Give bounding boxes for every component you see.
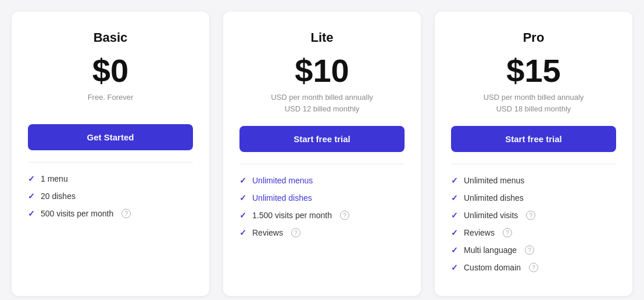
plan-name-lite: Lite: [239, 30, 405, 45]
list-item: ✓Unlimited dishes: [451, 193, 616, 203]
plan-price-pro: $15: [451, 55, 616, 87]
check-icon: ✓: [28, 209, 35, 218]
list-item: ✓1.500 visits per month?: [239, 211, 405, 220]
plan-card-lite: Lite$10USD per month billed annuallyUSD …: [223, 12, 421, 296]
plan-name-basic: Basic: [28, 30, 193, 45]
feature-text: Unlimited dishes: [252, 193, 312, 203]
list-item: ✓500 visits per month?: [28, 209, 193, 218]
list-item: ✓Unlimited menus: [239, 176, 405, 185]
divider-pro: [451, 164, 616, 164]
info-icon[interactable]: ?: [525, 245, 534, 255]
feature-text: Multi language: [464, 245, 517, 255]
list-item: ✓20 dishes: [28, 191, 193, 201]
check-icon: ✓: [451, 176, 458, 185]
divider-basic: [28, 162, 193, 162]
plan-subtitle-pro: USD per month billed annualyUSD 18 bille…: [451, 92, 616, 114]
list-item: ✓Unlimited visits?: [451, 211, 616, 220]
check-icon: ✓: [239, 228, 246, 237]
plan-name-pro: Pro: [451, 30, 616, 45]
feature-text: Reviews: [252, 228, 283, 237]
list-item: ✓Reviews?: [239, 228, 405, 237]
plan-price-lite: $10: [239, 55, 405, 87]
info-icon[interactable]: ?: [529, 263, 538, 272]
plan-price-basic: $0: [28, 55, 193, 87]
feature-text: 20 dishes: [41, 191, 76, 201]
feature-text: 1.500 visits per month: [252, 211, 332, 220]
feature-text: Reviews: [464, 228, 495, 237]
plan-card-pro: Pro$15USD per month billed annualyUSD 18…: [435, 12, 632, 296]
check-icon: ✓: [451, 263, 458, 272]
feature-text: 500 visits per month: [41, 209, 113, 218]
feature-text: 1 menu: [41, 174, 68, 183]
info-icon[interactable]: ?: [340, 211, 349, 220]
list-item: ✓1 menu: [28, 174, 193, 183]
feature-text: Custom domain: [464, 263, 521, 272]
check-icon: ✓: [451, 211, 458, 220]
feature-text: Unlimited menus: [464, 176, 524, 185]
list-item: ✓Unlimited menus: [451, 176, 616, 185]
plan-button-pro[interactable]: Start free trial: [451, 126, 616, 152]
feature-list-lite: ✓Unlimited menus✓Unlimited dishes✓1.500 …: [239, 176, 405, 237]
check-icon: ✓: [239, 176, 246, 185]
pricing-container: Basic$0Free. ForeverGet Started✓1 menu✓2…: [0, 0, 644, 300]
list-item: ✓Unlimited dishes: [239, 193, 405, 203]
plan-card-basic: Basic$0Free. ForeverGet Started✓1 menu✓2…: [12, 12, 209, 296]
feature-text: Unlimited menus: [252, 176, 313, 185]
check-icon: ✓: [239, 211, 246, 220]
plan-button-lite[interactable]: Start free trial: [239, 126, 405, 152]
list-item: ✓Multi language?: [451, 245, 616, 255]
plan-subtitle-basic: Free. Forever: [28, 92, 193, 113]
info-icon[interactable]: ?: [291, 228, 300, 237]
feature-text: Unlimited dishes: [464, 193, 524, 203]
check-icon: ✓: [28, 174, 35, 183]
feature-list-pro: ✓Unlimited menus✓Unlimited dishes✓Unlimi…: [451, 176, 616, 272]
check-icon: ✓: [451, 193, 458, 203]
info-icon[interactable]: ?: [526, 211, 535, 220]
divider-lite: [239, 164, 405, 164]
check-icon: ✓: [239, 193, 246, 203]
feature-list-basic: ✓1 menu✓20 dishes✓500 visits per month?: [28, 174, 193, 218]
check-icon: ✓: [28, 191, 35, 201]
info-icon[interactable]: ?: [503, 228, 512, 237]
plan-subtitle-lite: USD per month billed annuallyUSD 12 bill…: [239, 92, 405, 114]
check-icon: ✓: [451, 245, 458, 255]
plan-button-basic[interactable]: Get Started: [28, 124, 193, 150]
info-icon[interactable]: ?: [121, 209, 131, 218]
list-item: ✓Reviews?: [451, 228, 616, 237]
feature-text: Unlimited visits: [464, 211, 518, 220]
check-icon: ✓: [451, 228, 458, 237]
list-item: ✓Custom domain?: [451, 263, 616, 272]
